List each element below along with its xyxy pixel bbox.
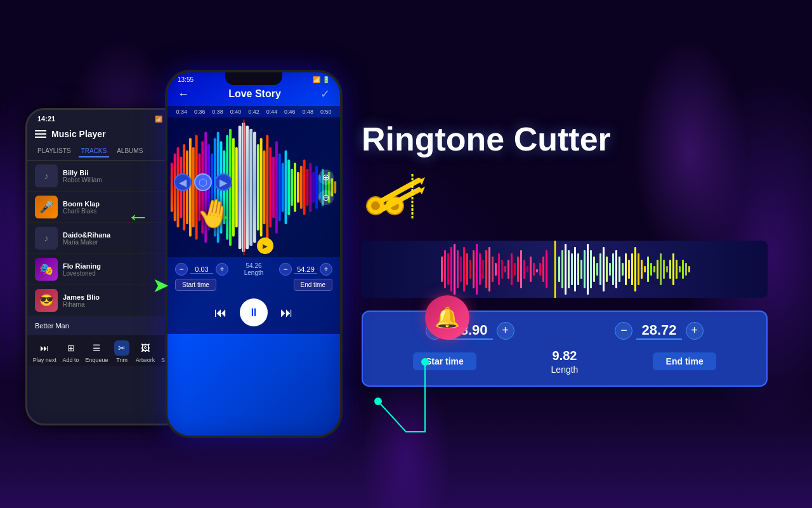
svg-rect-27 bbox=[257, 144, 259, 231]
start-time-minus[interactable]: − bbox=[175, 263, 188, 276]
left-status-time: 14:21 bbox=[37, 115, 55, 123]
svg-rect-39 bbox=[294, 163, 296, 212]
svg-rect-139 bbox=[688, 266, 690, 272]
check-mark[interactable]: ✓ bbox=[320, 87, 330, 101]
play-pause-btn[interactable]: ⏸ bbox=[240, 298, 268, 326]
svg-rect-22 bbox=[239, 126, 242, 249]
svg-rect-45 bbox=[312, 172, 315, 203]
toolbar-trim[interactable]: ✂ Trim bbox=[114, 340, 129, 363]
start-time-value: 0.03 bbox=[190, 265, 213, 274]
svg-rect-110 bbox=[596, 263, 598, 276]
time-controls-row: − 0.03 + 54.26 Length − 54.29 + bbox=[175, 262, 332, 276]
zoom-out-btn[interactable]: ⊖ bbox=[318, 190, 334, 205]
svg-rect-118 bbox=[622, 263, 624, 276]
time-controls-panel: − 18.90 + − 28.72 + Star time 9.82 Lengt… bbox=[362, 311, 768, 387]
center-status-time: 13:55 bbox=[178, 76, 193, 83]
svg-rect-72 bbox=[469, 260, 471, 279]
tab-tracks[interactable]: TRACKS bbox=[79, 145, 110, 157]
scissors-svg bbox=[362, 171, 431, 222]
svg-rect-130 bbox=[660, 253, 662, 285]
svg-rect-125 bbox=[644, 266, 646, 272]
track-name-4: Flo Rianing bbox=[63, 262, 174, 270]
center-song-title: Love Story bbox=[228, 88, 281, 100]
bottom-toolbar: ⏭ Play next ⊞ Add to ☰ Enqueue ✂ Trim 🖼 … bbox=[27, 335, 182, 366]
end-time-plus[interactable]: + bbox=[320, 263, 332, 276]
marker-4: 0:42 bbox=[245, 109, 263, 115]
back-arrow[interactable]: ← bbox=[178, 88, 189, 101]
track-info-1: Billy Bii Robot William bbox=[63, 169, 174, 184]
left-header: Music Player bbox=[27, 125, 182, 143]
svg-rect-46 bbox=[315, 166, 318, 209]
svg-rect-123 bbox=[638, 253, 639, 285]
svg-rect-122 bbox=[634, 247, 636, 291]
end-plus-btn[interactable]: + bbox=[686, 322, 704, 340]
artwork-icon: 🖼 bbox=[138, 340, 153, 356]
toolbar-artwork[interactable]: 🖼 Artwork bbox=[136, 340, 155, 363]
svg-rect-103 bbox=[574, 247, 576, 291]
svg-rect-88 bbox=[520, 250, 522, 288]
tab-albums[interactable]: ALBUMS bbox=[114, 145, 145, 157]
main-content: 14:21 📶 🔋 Music Player PLAYLISTS TRACKS … bbox=[0, 0, 812, 508]
toolbar-enqueue[interactable]: ☰ Enqueue bbox=[85, 340, 108, 363]
end-time-label-btn[interactable]: End time bbox=[653, 352, 716, 370]
svg-rect-124 bbox=[641, 260, 643, 279]
svg-rect-75 bbox=[479, 253, 481, 285]
enqueue-icon: ☰ bbox=[89, 340, 104, 356]
right-waveform-svg bbox=[362, 241, 768, 298]
prev-track-btn[interactable]: ⏮ bbox=[214, 305, 227, 320]
end-time-group: − 28.72 + bbox=[615, 322, 703, 340]
svg-rect-87 bbox=[517, 257, 519, 282]
track-item[interactable]: 🎤 Boom Klap Charli Blaks bbox=[27, 192, 182, 223]
end-time-minus[interactable]: − bbox=[279, 263, 292, 276]
arrow-left-btn[interactable]: ◀ bbox=[174, 173, 192, 191]
toolbar-label-playnext: Play next bbox=[33, 357, 56, 363]
track-thumb-5: 😎 bbox=[35, 289, 58, 312]
arrow-right-btn[interactable]: ▶ bbox=[214, 173, 232, 191]
svg-rect-86 bbox=[514, 263, 516, 276]
svg-rect-71 bbox=[466, 253, 468, 285]
marker-1: 0:36 bbox=[190, 109, 208, 115]
svg-rect-96 bbox=[546, 250, 547, 288]
toolbar-add-to[interactable]: ⊞ Add to bbox=[63, 340, 79, 363]
end-time-val: 28.72 bbox=[636, 322, 681, 340]
svg-rect-24 bbox=[246, 126, 249, 249]
timeline: 0:34 0:36 0:38 0:40 0:42 0:44 0:46 0:48 … bbox=[167, 106, 340, 117]
svg-rect-132 bbox=[666, 266, 668, 272]
hand-cursor: 🤚 bbox=[194, 194, 234, 233]
svg-rect-128 bbox=[653, 266, 655, 272]
now-playing-title: Better Man bbox=[35, 322, 69, 330]
svg-rect-113 bbox=[606, 257, 608, 282]
start-time-plus[interactable]: + bbox=[216, 263, 228, 276]
track-name-1: Billy Bii bbox=[63, 169, 174, 177]
track-thumb-1: ♪ bbox=[35, 164, 58, 187]
svg-rect-41 bbox=[300, 166, 303, 209]
hamburger-icon[interactable] bbox=[35, 130, 46, 138]
end-time-btn[interactable]: End time bbox=[294, 279, 332, 291]
start-time-btn[interactable]: Start time bbox=[175, 279, 216, 291]
svg-rect-43 bbox=[306, 169, 309, 206]
marker-8: 0:50 bbox=[317, 109, 335, 115]
arrow-center-btn[interactable]: ⬡ bbox=[194, 173, 212, 191]
playback-controls: ⏮ ⏸ ⏭ bbox=[175, 296, 332, 329]
svg-rect-77 bbox=[485, 250, 487, 288]
svg-rect-68 bbox=[457, 250, 459, 288]
svg-rect-121 bbox=[631, 253, 633, 285]
toolbar-play-next[interactable]: ⏭ Play next bbox=[33, 340, 56, 363]
next-track-btn[interactable]: ⏭ bbox=[280, 305, 293, 320]
track-name-2: Boom Klap bbox=[63, 200, 174, 208]
svg-rect-116 bbox=[615, 250, 617, 288]
svg-rect-108 bbox=[590, 250, 592, 288]
waveform-display-area bbox=[362, 234, 768, 298]
track-item[interactable]: ♪ Billy Bii Robot William bbox=[27, 161, 182, 192]
svg-rect-63 bbox=[441, 257, 443, 282]
end-minus-btn[interactable]: − bbox=[615, 322, 632, 340]
start-time-label-btn[interactable]: Star time bbox=[413, 352, 476, 370]
tab-playlists[interactable]: PLAYLISTS bbox=[35, 145, 74, 157]
length-display: 9.82 Length bbox=[551, 347, 579, 375]
svg-rect-20 bbox=[232, 138, 235, 236]
track-item[interactable]: ♪ Daido&Rihana Maria Maker bbox=[27, 223, 182, 254]
start-plus-btn[interactable]: + bbox=[497, 322, 514, 340]
zoom-in-btn[interactable]: ⊕ bbox=[318, 170, 334, 185]
svg-rect-35 bbox=[282, 163, 284, 212]
svg-rect-42 bbox=[303, 159, 306, 215]
